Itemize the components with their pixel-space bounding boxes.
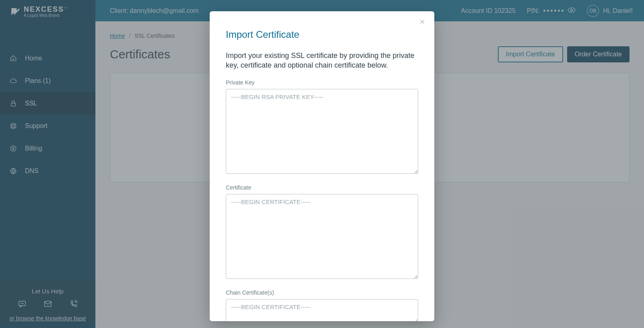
- certificate-input[interactable]: [226, 194, 418, 279]
- chain-certificate-label: Chain Certificate(s): [226, 289, 418, 296]
- modal-description: Import your existing SSL certificate by …: [226, 51, 418, 70]
- private-key-input[interactable]: [226, 89, 418, 174]
- import-certificate-modal: Import Certificate Import your existing …: [210, 11, 434, 321]
- chain-certificate-input[interactable]: [226, 299, 418, 321]
- modal-title: Import Certificate: [226, 29, 418, 40]
- certificate-label: Certificate: [226, 184, 418, 191]
- private-key-label: Private Key: [226, 79, 418, 86]
- close-icon[interactable]: [417, 17, 427, 27]
